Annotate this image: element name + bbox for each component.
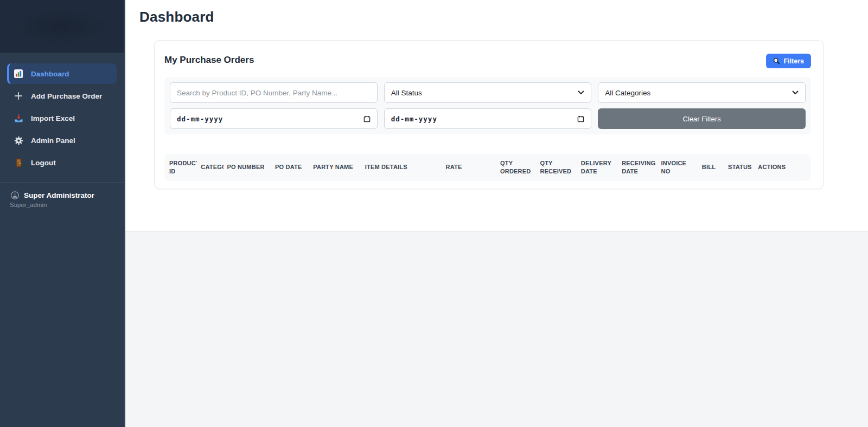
card-title: My Purchase Orders	[164, 54, 254, 66]
filters-button-label: Filters	[783, 57, 804, 65]
sidebar-item-dashboard[interactable]: Dashboard	[7, 63, 117, 84]
user-block: Super Administrator Super_admin	[0, 183, 124, 216]
column-header-product-id: PRODUCT ID	[164, 154, 197, 181]
date-from-input[interactable]: dd-mm-yyyy	[170, 108, 378, 129]
bar-chart-icon	[14, 69, 23, 79]
purchase-orders-card: My Purchase Orders Filters All Status	[154, 40, 824, 189]
column-header-rate: RATE	[442, 154, 497, 181]
column-header-invoice-no: INVOICE NO	[657, 154, 698, 181]
column-header-po-date: PO DATE	[271, 154, 309, 181]
filter-panel: All Status All Categories dd-mm-yyyy	[164, 77, 811, 134]
search-icon	[773, 57, 780, 64]
column-header-delivery-date: DELIVERY DATE	[577, 154, 618, 181]
category-select[interactable]: All Categories	[598, 82, 806, 103]
column-header-category: CATEGOI	[197, 154, 223, 181]
sidebar-item-add-purchase-order[interactable]: Add Purchase Order	[7, 86, 117, 106]
column-header-qty-received: QTY RECEIVED	[536, 154, 577, 181]
user-username: Super_admin	[10, 202, 114, 208]
inbox-tray-icon	[14, 113, 23, 123]
sidebar-item-label: Logout	[31, 159, 56, 167]
logo-image	[15, 10, 107, 43]
content-area: Dashboard My Purchase Orders Filters All…	[125, 0, 868, 232]
date-to-input[interactable]: dd-mm-yyyy	[384, 108, 592, 129]
chevron-down-icon	[792, 90, 799, 95]
main-content: Dashboard My Purchase Orders Filters All…	[125, 0, 868, 427]
plus-icon	[14, 91, 23, 101]
column-header-status: STATUS	[724, 154, 754, 181]
column-header-item-details: ITEM DETAILS	[361, 154, 442, 181]
category-select-value: All Categories	[605, 89, 650, 97]
table-header-row: PRODUCT ID CATEGOI PO NUMBER PO DATE PAR…	[164, 154, 811, 181]
column-header-receiving-date: RECEIVING DATE	[618, 154, 657, 181]
chevron-down-icon	[578, 90, 584, 95]
search-input[interactable]	[170, 82, 378, 103]
clear-filters-button[interactable]: Clear Filters	[598, 108, 806, 129]
sidebar-item-label: Dashboard	[31, 70, 69, 78]
filters-button[interactable]: Filters	[766, 54, 811, 68]
user-name: Super Administrator	[24, 191, 94, 199]
sidebar-item-label: Add Purchase Order	[31, 92, 102, 100]
column-header-bill: BILL	[698, 154, 724, 181]
date-to-value: dd-mm-yyyy	[391, 115, 437, 123]
purchase-orders-table: PRODUCT ID CATEGOI PO NUMBER PO DATE PAR…	[164, 154, 811, 181]
column-header-qty-ordered: QTY ORDERED	[496, 154, 536, 181]
column-header-party-name: PARTY NAME	[309, 154, 361, 181]
sidebar-item-admin-panel[interactable]: Admin Panel	[7, 130, 117, 151]
page-background	[125, 232, 868, 427]
sidebar-logo-area	[0, 0, 124, 53]
sidebar-item-label: Import Excel	[31, 114, 75, 122]
calendar-icon	[577, 115, 584, 122]
status-select-value: All Status	[391, 89, 422, 97]
column-header-po-number: PO NUMBER	[224, 154, 271, 181]
sidebar-item-import-excel[interactable]: Import Excel	[7, 108, 117, 128]
status-select[interactable]: All Status	[384, 82, 592, 103]
date-from-value: dd-mm-yyyy	[177, 115, 223, 123]
gear-icon	[14, 135, 23, 145]
user-bust-icon	[10, 190, 20, 200]
column-header-actions: ACTIONS	[754, 154, 811, 181]
sidebar-item-label: Admin Panel	[31, 137, 75, 145]
door-icon	[14, 158, 23, 167]
calendar-icon	[363, 115, 371, 122]
sidebar-nav: Dashboard Add Purchase Order Import Exce…	[0, 53, 124, 179]
sidebar: Dashboard Add Purchase Order Import Exce…	[0, 0, 125, 427]
page-title: Dashboard	[125, 0, 868, 25]
sidebar-item-logout[interactable]: Logout	[7, 152, 117, 173]
